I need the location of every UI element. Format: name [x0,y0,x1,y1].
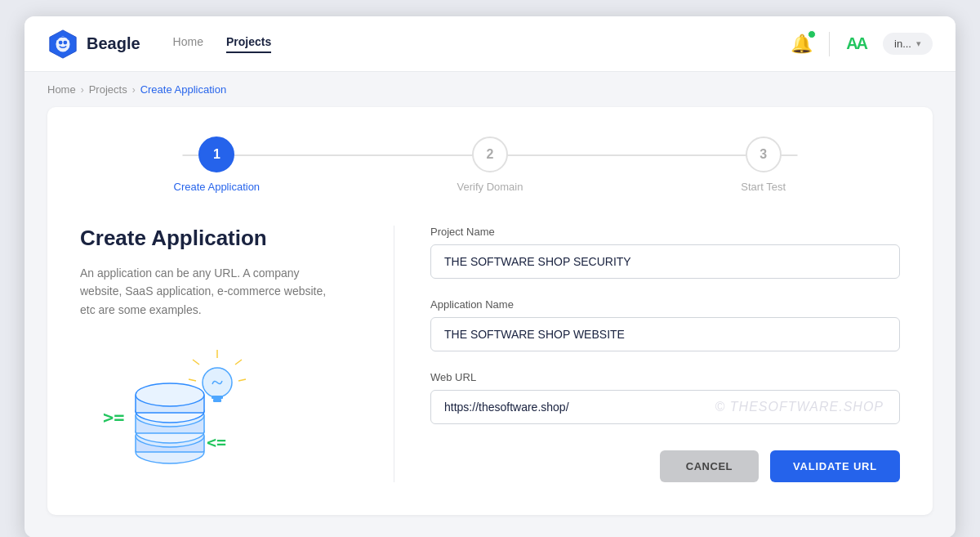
project-name-field: Project Name [430,226,900,279]
step-3: 3 Start Test [626,136,900,193]
step-2: 2 Verify Domain [354,136,627,193]
step-1-label: Create Application [174,181,261,193]
nav-home[interactable]: Home [173,35,203,53]
breadcrumb-home[interactable]: Home [47,83,76,96]
user-name: in... [894,38,911,50]
stepper: 1 Create Application 2 Verify Domain 3 S… [80,136,900,193]
header-right: 🔔 AA in... ▾ [791,32,933,56]
svg-rect-22 [213,399,221,402]
svg-point-2 [59,40,63,44]
illustration-svg: >= <= [80,342,260,472]
svg-line-16 [235,360,242,365]
application-name-input[interactable] [430,317,900,351]
step-1: 1 Create Application [80,136,354,193]
svg-line-19 [189,379,196,381]
user-menu[interactable]: in... ▾ [883,33,933,55]
step-2-number: 2 [487,147,494,162]
panel-divider [394,226,394,482]
action-row: CANCEL VALIDATE URL [430,450,900,482]
breadcrumb-current: Create Application [140,83,227,96]
svg-text:>=: >= [103,407,125,427]
url-input-wrapper: © THESOFTWARE.SHOP [430,390,900,424]
svg-text:<=: <= [207,432,226,452]
main-nav: Home Projects [173,35,791,53]
cancel-button[interactable]: CANCEL [660,450,759,482]
notification-bell[interactable]: 🔔 [791,34,813,55]
svg-line-17 [193,360,199,365]
step-3-circle: 3 [746,136,782,172]
step-3-number: 3 [760,147,767,162]
application-name-label: Application Name [430,298,900,311]
header-divider [829,32,830,56]
web-url-input[interactable] [430,390,900,424]
step-1-number: 1 [213,147,220,162]
chevron-down-icon: ▾ [916,38,921,49]
logo-area: Beagle [47,29,140,60]
logo-text: Beagle [87,34,140,53]
project-name-label: Project Name [430,226,900,238]
content-area: Create Application An application can be… [80,226,900,482]
panel-title: Create Application [80,226,341,251]
step-2-circle: 2 [472,136,508,172]
svg-rect-21 [212,396,223,399]
application-name-field: Application Name [430,298,900,351]
breadcrumb-sep-2: › [132,84,136,96]
illustration: >= <= [80,342,341,476]
main-window: Beagle Home Projects 🔔 AA in... ▾ Home ›… [24,16,956,537]
notification-badge [808,30,816,38]
project-name-input[interactable] [430,244,900,279]
breadcrumb-sep-1: › [81,84,84,96]
breadcrumb-projects[interactable]: Projects [89,83,127,96]
web-url-label: Web URL [430,371,900,383]
right-panel: Project Name Application Name Web URL © … [430,226,900,482]
main-card: 1 Create Application 2 Verify Domain 3 S… [47,107,933,515]
beagle-logo-icon [47,29,78,60]
svg-point-12 [136,383,204,406]
nav-projects[interactable]: Projects [226,35,271,53]
breadcrumb: Home › Projects › Create Application [24,72,956,107]
step-1-circle: 1 [198,136,234,172]
svg-line-18 [238,379,246,381]
step-3-label: Start Test [741,181,786,193]
web-url-field: Web URL © THESOFTWARE.SHOP [430,371,900,424]
svg-point-3 [63,40,67,44]
validate-url-button[interactable]: VALIDATE URL [770,450,900,482]
header: Beagle Home Projects 🔔 AA in... ▾ [24,16,956,72]
font-size-toggle[interactable]: AA [846,34,866,53]
left-panel: Create Application An application can be… [80,226,358,482]
step-2-label: Verify Domain [457,181,523,193]
panel-description: An application can be any URL. A company… [80,264,341,319]
